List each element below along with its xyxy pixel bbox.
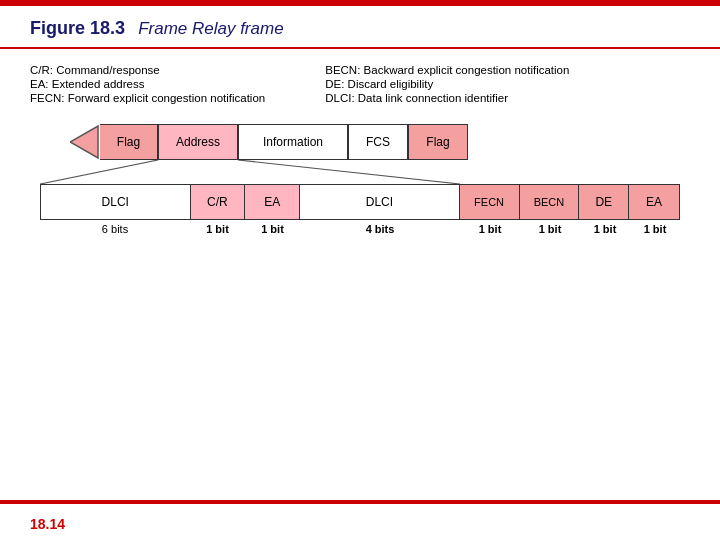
bit-label-de: 1 bit bbox=[580, 223, 630, 235]
detail-cell-dlci1: DLCI bbox=[41, 185, 191, 219]
frame-cell-flag-left: Flag bbox=[100, 124, 158, 160]
svg-marker-0 bbox=[70, 126, 98, 158]
arrow-icon bbox=[70, 124, 100, 160]
svg-line-2 bbox=[238, 160, 460, 184]
frame-cell-fcs: FCS bbox=[348, 124, 408, 160]
page-number: 18.14 bbox=[30, 516, 65, 532]
detail-cell-cr: C/R bbox=[191, 185, 246, 219]
bit-label-ea1: 1 bit bbox=[245, 223, 300, 235]
legend-right: BECN: Backward explicit congestion notif… bbox=[325, 64, 569, 104]
connector-lines bbox=[40, 160, 680, 184]
legend-item-ea: EA: Extended address bbox=[30, 78, 265, 90]
detail-cell-ea1: EA bbox=[245, 185, 300, 219]
footer: 18.14 bbox=[0, 508, 720, 540]
legend-left: C/R: Command/response EA: Extended addre… bbox=[30, 64, 265, 104]
detail-cell-becn: BECN bbox=[520, 185, 580, 219]
header-area: Figure 18.3 Frame Relay frame bbox=[0, 6, 720, 49]
detail-row: DLCI C/R EA DLCI FECN BECN DE EA bbox=[40, 184, 680, 220]
svg-line-1 bbox=[40, 160, 158, 184]
bit-label-ea2: 1 bit bbox=[630, 223, 680, 235]
legend-item-dlci: DLCI: Data link connection identifier bbox=[325, 92, 569, 104]
detail-cell-fecn: FECN bbox=[460, 185, 520, 219]
detail-cell-ea2: EA bbox=[629, 185, 679, 219]
legend-item-fecn: FECN: Forward explicit congestion notifi… bbox=[30, 92, 265, 104]
content-area: C/R: Command/response EA: Extended addre… bbox=[0, 49, 720, 248]
legend-item-becn: BECN: Backward explicit congestion notif… bbox=[325, 64, 569, 76]
frame-cell-address: Address bbox=[158, 124, 238, 160]
bit-label-cr: 1 bit bbox=[190, 223, 245, 235]
legend-item-cr: C/R: Command/response bbox=[30, 64, 265, 76]
detail-cell-dlci2: DLCI bbox=[300, 185, 460, 219]
legend-item-de: DE: Discard eligibility bbox=[325, 78, 569, 90]
frame-diagram: Flag Address Information FCS Flag bbox=[40, 124, 680, 238]
figure-subtitle: Frame Relay frame bbox=[129, 19, 284, 38]
legend: C/R: Command/response EA: Extended addre… bbox=[30, 64, 690, 104]
frame-cell-information: Information bbox=[238, 124, 348, 160]
figure-label: Figure 18.3 bbox=[30, 18, 125, 38]
detail-cell-de: DE bbox=[579, 185, 629, 219]
bit-labels: 6 bits 1 bit 1 bit 4 bits 1 bit 1 bit 1 … bbox=[40, 220, 680, 238]
bit-label-fecn: 1 bit bbox=[460, 223, 520, 235]
frame-cell-flag-right: Flag bbox=[408, 124, 468, 160]
bit-label-dlci1: 6 bits bbox=[40, 223, 190, 235]
bottom-border bbox=[0, 500, 720, 504]
bit-label-dlci2: 4 bits bbox=[300, 223, 460, 235]
bit-label-becn: 1 bit bbox=[520, 223, 580, 235]
